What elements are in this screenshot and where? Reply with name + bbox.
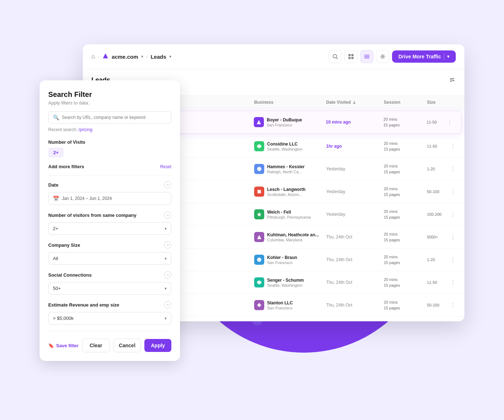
drive-traffic-button[interactable]: Drive More Traffic ▾ xyxy=(392,50,456,63)
date-title: Date xyxy=(48,182,58,188)
business-location: Scottsdale, Arizon... xyxy=(267,192,306,197)
nav-list-button[interactable] xyxy=(360,50,373,63)
revenue-select[interactable]: > $5,000k ▾ xyxy=(48,312,171,325)
nav-leads-dropdown[interactable]: ▾ xyxy=(169,54,171,59)
header-session: Session xyxy=(384,99,427,105)
filter-section-social: Social Connections − 50+ ▾ xyxy=(48,271,171,295)
row-menu-button[interactable]: ⋮ xyxy=(450,279,456,286)
svg-rect-3 xyxy=(351,54,354,56)
social-collapse-btn[interactable]: − xyxy=(164,271,171,278)
revenue-collapse-btn[interactable]: − xyxy=(164,301,171,308)
search-icon: 🔍 xyxy=(53,115,59,120)
nav-search-button[interactable] xyxy=(329,50,342,63)
row-menu-button[interactable]: ⋮ xyxy=(450,188,456,195)
nav-brand-name[interactable]: acme.com xyxy=(112,54,138,60)
business-text: Kohler - Braun San Francisco xyxy=(267,255,297,265)
session-info: 20 mins15 pages xyxy=(383,116,427,128)
nav-leads-label[interactable]: Leads xyxy=(150,54,166,60)
filter-section-company-size: Company Size − All ▾ xyxy=(48,241,171,265)
save-filter-button[interactable]: 🔖 Save filter xyxy=(48,340,78,351)
business-logo xyxy=(254,255,264,265)
reset-button[interactable]: Reset xyxy=(160,164,171,169)
company-size-title: Company Size xyxy=(48,242,80,248)
social-header: Social Connections − xyxy=(48,271,171,278)
leads-sort-icon[interactable] xyxy=(449,76,456,85)
clear-button[interactable]: Clear xyxy=(82,339,110,352)
svg-point-18 xyxy=(257,258,261,262)
nav-settings-button[interactable] xyxy=(376,50,389,63)
business-name: Senger - Schumm xyxy=(267,278,304,283)
revenue-title: Estimate Revenue and emp size xyxy=(48,302,119,308)
business-text: Stanton LLC San Francisco xyxy=(267,300,293,310)
business-location: San Francisco xyxy=(267,123,302,127)
business-info: Kuhlman, Heathcote an... Columbia, Maryl… xyxy=(254,232,326,242)
row-menu-button[interactable]: ⋮ xyxy=(450,166,456,173)
visits-tag[interactable]: 2+ xyxy=(48,148,64,157)
company-size-header: Company Size − xyxy=(48,241,171,249)
date-range-selector[interactable]: 📅 Jan 1, 2024 – Jun 1, 2024 xyxy=(48,192,171,205)
svg-marker-13 xyxy=(257,120,261,124)
company-size-select[interactable]: All ▾ xyxy=(48,252,171,265)
row-menu-button[interactable]: ⋮ xyxy=(447,119,453,126)
business-logo xyxy=(254,141,264,151)
business-info: Hammes - Kessler Raleigh, North Ca... xyxy=(254,164,326,174)
row-menu-button[interactable]: ⋮ xyxy=(450,211,456,218)
company-size-collapse-btn[interactable]: − xyxy=(164,241,171,249)
nav-separator-2: › xyxy=(146,54,148,59)
nav-brand-dropdown[interactable]: ▾ xyxy=(141,54,143,59)
session-info: 20 mins15 pages xyxy=(384,299,427,311)
date-visited: Yesterday xyxy=(326,166,384,171)
row-menu-button[interactable]: ⋮ xyxy=(450,256,456,263)
date-visited: Yesterday xyxy=(326,212,384,217)
business-logo xyxy=(254,164,264,174)
business-name: Lesch - Langworth xyxy=(267,187,306,192)
row-menu-button[interactable]: ⋮ xyxy=(450,143,456,150)
same-company-collapse-btn[interactable]: − xyxy=(164,211,171,219)
apply-button[interactable]: Apply xyxy=(144,339,171,352)
social-select[interactable]: 50+ ▾ xyxy=(48,282,171,295)
business-text: Hammes - Kessler Raleigh, North Ca... xyxy=(267,164,305,174)
same-company-arrow: ▾ xyxy=(165,226,167,231)
date-visited: Thu, 24th Oct xyxy=(326,257,384,262)
calendar-icon: 📅 xyxy=(53,196,59,201)
session-info: 20 mins15 pages xyxy=(384,186,427,198)
business-location: Seattle, Washington xyxy=(267,147,302,151)
business-logo xyxy=(254,232,264,242)
nav-grid-button[interactable] xyxy=(345,50,357,63)
svg-point-0 xyxy=(333,54,337,58)
business-location: Raleigh, North Ca... xyxy=(267,170,305,174)
date-visited: Thu, 24th Oct xyxy=(326,234,384,240)
same-company-value: 2+ xyxy=(53,226,58,231)
nav-bar: ⌂ › acme.com ▾ › Leads ▾ xyxy=(83,44,464,69)
business-logo xyxy=(254,277,264,287)
cancel-button[interactable]: Cancel xyxy=(113,339,141,352)
social-arrow: ▾ xyxy=(165,286,167,291)
business-location: San Francisco xyxy=(267,306,293,310)
header-size: Size xyxy=(427,99,456,105)
session-info: 20 mins15 pages xyxy=(384,209,427,220)
revenue-arrow: ▾ xyxy=(165,316,167,321)
row-menu-button[interactable]: ⋮ xyxy=(450,302,456,309)
home-icon[interactable]: ⌂ xyxy=(91,53,95,60)
row-menu-button[interactable]: ⋮ xyxy=(450,234,456,241)
date-visited: Yesterday xyxy=(326,189,384,194)
date-collapse-btn[interactable]: − xyxy=(164,181,171,188)
same-company-select[interactable]: 2+ ▾ xyxy=(48,222,171,235)
filter-search-box[interactable]: 🔍 xyxy=(48,111,171,124)
company-size-arrow: ▾ xyxy=(165,256,167,261)
business-logo xyxy=(254,300,264,310)
business-text: Considine LLC Seattle, Washington xyxy=(267,142,302,151)
filter-title: Search Filter xyxy=(48,90,171,99)
business-text: Senger - Schumm Seattle, Washington xyxy=(267,278,304,287)
same-company-header: Number of visitors from same company − xyxy=(48,211,171,219)
svg-marker-20 xyxy=(257,303,261,307)
recent-search-link[interactable]: /pricing xyxy=(78,127,93,132)
social-value: 50+ xyxy=(53,286,61,291)
filter-search-input[interactable] xyxy=(62,115,167,120)
nav-separator-1: › xyxy=(98,54,100,59)
header-date[interactable]: Date Visited xyxy=(326,99,384,105)
divider-2 xyxy=(48,331,171,331)
business-name: Welch - Fell xyxy=(267,210,311,215)
btn-dropdown-arrow: ▾ xyxy=(447,54,449,59)
business-info: Boyer - DuBuque San Francisco xyxy=(254,117,326,127)
